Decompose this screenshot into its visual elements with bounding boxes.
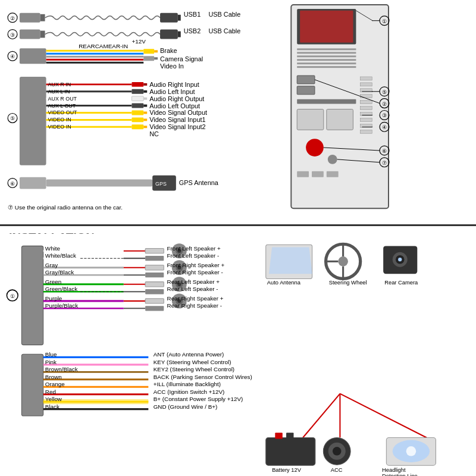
svg-rect-134 [21,246,43,345]
svg-rect-86 [297,55,356,57]
svg-text:⑦: ⑦ [382,160,387,166]
svg-point-105 [306,139,324,156]
svg-rect-6 [178,15,181,21]
svg-rect-88 [297,62,356,64]
svg-text:USB1: USB1 [184,11,201,18]
svg-rect-95 [360,107,372,110]
svg-text:②: ② [382,101,387,107]
svg-text:Orange: Orange [45,381,65,387]
svg-rect-159 [145,282,164,287]
svg-text:Gray/Black: Gray/Black [45,269,74,275]
svg-text:Green/Black: Green/Black [45,286,77,292]
svg-rect-89 [297,66,356,68]
svg-point-203 [398,258,402,261]
svg-rect-75 [20,177,46,189]
svg-rect-54 [143,118,147,121]
svg-rect-233 [266,437,315,465]
svg-rect-107 [297,171,309,177]
svg-text:AUX L OUT: AUX L OUT [48,103,76,109]
svg-point-195 [338,256,348,267]
svg-rect-90 [360,77,372,80]
svg-text:Audio Right Output: Audio Right Output [149,95,204,102]
svg-text:Gray: Gray [45,262,58,268]
svg-text:Video Signal Output: Video Signal Output [149,109,207,116]
bottom-installation-section: INSTALLATION [Power Cable Definition] ① [0,226,476,476]
svg-text:ANT (Auto Antenna Power): ANT (Auto Antenna Power) [154,351,224,358]
svg-text:Purple: Purple [45,295,62,302]
svg-text:USB Cable: USB Cable [208,11,240,18]
svg-text:Front Right Speaker -: Front Right Speaker - [167,269,223,275]
svg-text:Video In: Video In [160,62,184,70]
wiring-diagram-svg: ② USB1 USB Cable ③ USB2 USB Cable +12V ④ [0,0,476,224]
svg-text:Front Left Speaker -: Front Left Speaker - [167,252,220,259]
svg-text:Audio Right Input: Audio Right Input [149,81,199,88]
svg-text:REARCAMEAR-IN: REARCAMEAR-IN [79,43,128,49]
svg-rect-147 [145,256,164,261]
svg-rect-50 [131,111,143,115]
svg-text:Video Signal Input1: Video Signal Input1 [149,116,205,123]
svg-text:USB Cable: USB Cable [208,27,240,35]
svg-text:⑥: ⑥ [10,181,15,187]
svg-rect-42 [143,90,147,93]
svg-rect-140 [145,249,164,253]
svg-rect-84 [297,48,356,50]
svg-text:Camera Signal: Camera Signal [160,55,203,62]
svg-rect-169 [145,299,164,303]
svg-text:⑥: ⑥ [382,148,387,154]
svg-text:Purple/Black: Purple/Black [45,302,78,309]
svg-text:Detection Line: Detection Line [382,473,418,476]
svg-text:VIDEO IN: VIDEO IN [48,117,71,123]
svg-text:Front Left Speaker +: Front Left Speaker + [167,245,221,252]
svg-rect-11 [20,30,40,39]
svg-text:Audio Left Input: Audio Left Input [149,88,195,95]
svg-text:ACC: ACC [331,467,343,473]
svg-rect-27 [143,49,154,54]
svg-text:Steering Wheel: Steering Wheel [329,280,367,286]
svg-text:Rear Right Speaker +: Rear Right Speaker + [167,295,224,302]
svg-rect-99 [360,130,372,133]
svg-rect-3 [20,13,40,23]
svg-rect-103 [297,109,324,130]
svg-text:AUX R IN: AUX R IN [48,82,71,87]
svg-point-106 [328,155,337,164]
svg-rect-45 [143,98,147,100]
svg-rect-135 [21,354,43,416]
svg-rect-156 [145,273,164,277]
svg-text:KEY (Steering Wheel Control): KEY (Steering Wheel Control) [154,359,231,365]
svg-rect-102 [297,99,356,104]
svg-text:Brake: Brake [160,47,177,54]
svg-text:⑦ Use the original radio anten: ⑦ Use the original radio antenna on the … [8,204,123,211]
svg-text:White: White [45,245,61,252]
svg-text:Red: Red [45,389,56,395]
top-wiring-section: ② USB1 USB Cable ③ USB2 USB Cable +12V ④ [0,0,476,226]
svg-text:Battery 12V: Battery 12V [272,467,302,473]
svg-rect-4 [40,14,45,21]
svg-rect-56 [131,124,143,129]
svg-text:ACC (Ignition Switch +12V): ACC (Ignition Switch +12V) [154,389,225,395]
svg-rect-47 [131,104,143,108]
svg-text:Brown: Brown [45,374,62,380]
svg-rect-53 [131,117,143,122]
svg-text:Pink: Pink [45,359,57,365]
svg-rect-51 [143,112,147,114]
svg-text:Audio Left Output: Audio Left Output [149,102,200,109]
svg-rect-87 [297,59,356,61]
svg-text:①: ① [10,293,15,299]
svg-text:Rear Left Speaker -: Rear Left Speaker - [167,286,218,292]
svg-text:Rear Right Speaker -: Rear Right Speaker - [167,302,223,309]
svg-rect-83 [300,11,353,43]
svg-rect-91 [360,83,372,86]
svg-rect-39 [143,83,147,86]
svg-text:Green: Green [45,278,61,285]
svg-rect-175 [145,306,164,311]
svg-rect-36 [20,77,46,165]
svg-rect-14 [178,32,181,37]
svg-text:VIDEO IN: VIDEO IN [48,124,71,130]
svg-rect-29 [143,56,154,61]
svg-text:Blue: Blue [45,351,57,358]
svg-text:Rear Left Speaker +: Rear Left Speaker + [167,278,220,285]
svg-text:Yellow: Yellow [45,396,62,402]
svg-text:B+ (Constant Power Supply +12V: B+ (Constant Power Supply +12V) [154,396,243,402]
svg-text:④: ④ [382,124,387,130]
svg-text:⑤: ⑤ [10,115,15,121]
